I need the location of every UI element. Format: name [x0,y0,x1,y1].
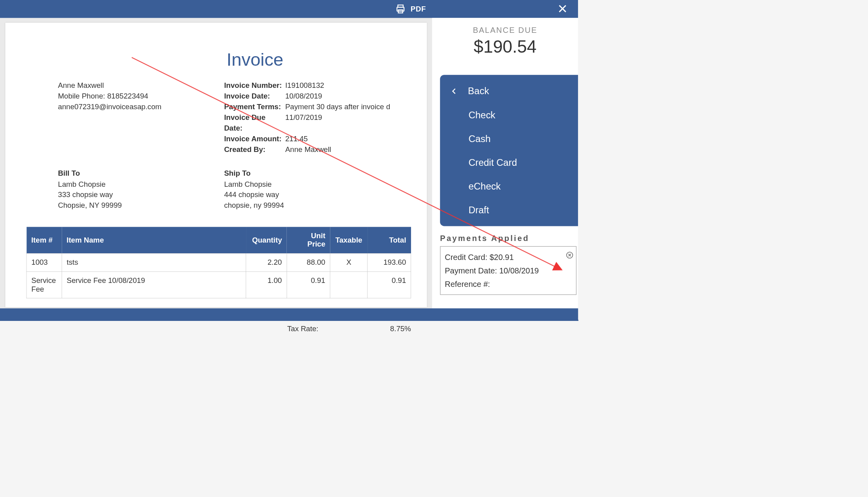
table-header-row: Item # Item Name Quantity Unit Price Tax… [27,227,411,253]
due-date: 11/07/2019 [285,112,406,134]
payment-reference-line: Reference #: [445,277,572,291]
bill-to-title: Bill To [58,168,224,179]
menu-item-cash[interactable]: Cash [440,127,578,151]
bill-to-city: Chopsie, NY 99999 [58,200,224,211]
payment-method-menu: Back Check Cash Credit Card eCheck Draft [440,75,578,226]
col-total: Total [368,227,411,253]
table-row: Service Fee Service Fee 10/08/2019 1.00 … [27,271,411,298]
cell-quantity: 1.00 [246,271,287,298]
menu-item-echeck[interactable]: eCheck [440,175,578,198]
invoice-date: 10/08/2019 [285,91,406,101]
payment-line: Credit Card: $20.91 [445,250,572,264]
cell-taxable [330,271,368,298]
document-title: Invoice [227,49,406,70]
ship-to-city: chopsie, ny 99994 [224,200,406,211]
bill-to-block: Bill To Lamb Chopsie 333 chopsie way Cho… [58,168,224,211]
sender-name: Anne Maxwell [58,80,224,91]
sender-block: Anne Maxwell Mobile Phone: 8185223494 an… [58,80,224,155]
menu-back-button[interactable]: Back [440,79,578,103]
sidebar: BALANCE DUE $190.54 Back Check Cash Cred… [432,18,578,308]
col-item-no: Item # [27,227,62,253]
bill-to-name: Lamb Chopsie [58,179,224,190]
cell-item-name: Service Fee 10/08/2019 [62,271,246,298]
col-taxable: Taxable [330,227,368,253]
top-bar: PDF [0,0,578,18]
close-button[interactable] [557,3,568,15]
invoice-meta-block: Invoice Number:I191008132 Invoice Date:1… [224,80,406,155]
balance-due-label: BALANCE DUE [432,26,578,35]
meta-label: Created By: [224,144,285,155]
meta-label: Payment Terms: [224,102,285,112]
document-viewport: Invoice Anne Maxwell Mobile Phone: 81852… [0,18,432,308]
pdf-button[interactable]: PDF [395,4,426,14]
ship-to-name: Lamb Chopsie [224,179,406,190]
pdf-label: PDF [411,5,426,13]
ship-to-title: Ship To [224,168,406,179]
menu-item-draft[interactable]: Draft [440,198,578,222]
meta-label: Invoice Due Date: [224,112,285,134]
invoice-number: I191008132 [285,80,406,91]
cell-item-no: 1003 [27,253,62,271]
chevron-left-icon [451,85,458,97]
cell-total: 0.91 [368,271,411,298]
ship-to-block: Ship To Lamb Chopsie 444 chopsie way cho… [224,168,406,211]
table-row: 1003 tsts 2.20 88.00 X 193.60 [27,253,411,271]
bill-to-street: 333 chopsie way [58,190,224,200]
invoice-amount: 211.45 [285,134,406,144]
cell-unit-price: 88.00 [287,253,330,271]
payment-date-line: Payment Date: 10/08/2019 [445,264,572,277]
cell-quantity: 2.20 [246,253,287,271]
meta-label: Invoice Amount: [224,134,285,144]
meta-label: Invoice Number: [224,80,285,91]
cell-taxable: X [330,253,368,271]
main-area: Invoice Anne Maxwell Mobile Phone: 81852… [0,18,578,308]
tax-rate-value: 8.75% [390,323,411,331]
delete-payment-button[interactable] [566,249,574,263]
created-by: Anne Maxwell [285,144,406,155]
col-item-name: Item Name [62,227,246,253]
bottom-bar [0,308,578,321]
col-unit-price: Unit Price [287,227,330,253]
payment-terms: Payment 30 days after invoice d [285,102,406,112]
cell-unit-price: 0.91 [287,271,330,298]
sender-email: anne072319@invoiceasap.com [58,102,224,112]
sender-phone: Mobile Phone: 8185223494 [58,91,224,101]
payments-applied-title: Payments Applied [440,234,578,243]
ship-to-street: 444 chopsie way [224,190,406,200]
invoice-document: Invoice Anne Maxwell Mobile Phone: 81852… [5,23,427,307]
meta-label: Invoice Date: [224,91,285,101]
cell-item-no: Service Fee [27,271,62,298]
cell-total: 193.60 [368,253,411,271]
balance-due-amount: $190.54 [432,36,578,57]
line-items-table: Item # Item Name Quantity Unit Price Tax… [27,227,411,298]
tax-rate-label: Tax Rate: [287,323,318,331]
cell-item-name: tsts [62,253,246,271]
menu-item-check[interactable]: Check [440,103,578,127]
menu-item-credit-card[interactable]: Credit Card [440,151,578,175]
printer-icon [395,4,406,14]
payment-applied-card: Credit Card: $20.91 Payment Date: 10/08/… [440,246,576,295]
col-quantity: Quantity [246,227,287,253]
menu-back-label: Back [468,85,489,97]
